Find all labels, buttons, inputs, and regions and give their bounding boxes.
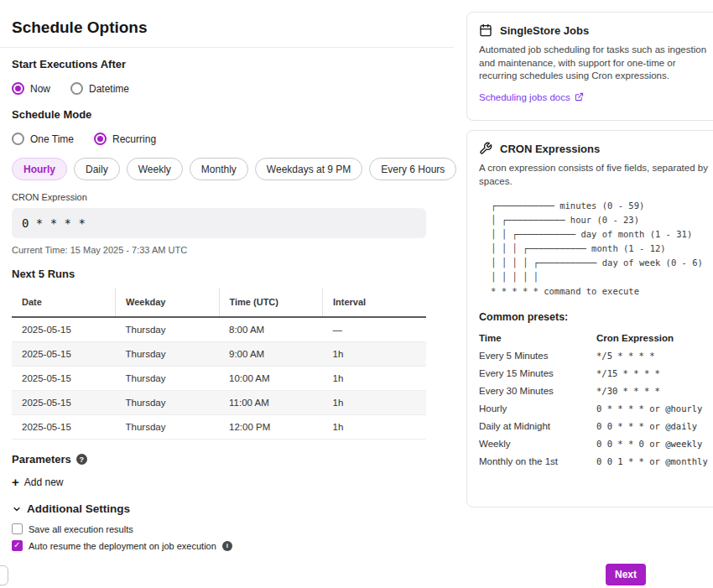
cell-date: 2025-05-15 [12,317,116,342]
current-time-text: Current Time: 15 May 2025 - 7:33 AM UTC [12,245,426,255]
additional-settings-label: Additional Settings [27,502,130,515]
add-new-button[interactable]: + Add new [12,476,63,488]
cron-fields-diagram: ┌─────────── minutes (0 - 59) │ ┌───────… [491,199,713,299]
cell-date: 2025-05-15 [12,342,116,367]
table-row: 2025-05-15 Thursday 9:00 AM 1h [12,342,426,367]
cell-weekday: Thursday [116,391,220,415]
radio-recurring-control [94,133,107,145]
radio-one-time-label: One Time [30,133,74,145]
next-button[interactable]: Next [606,564,646,585]
chip-weekly[interactable]: Weekly [127,158,183,180]
preset-expression: */15 * * * * [596,368,713,378]
preset-time: Monthly on the 1st [479,456,596,466]
start-executions-label: Start Executions After [12,58,426,71]
info-icon[interactable]: i [222,541,232,551]
cell-interval: 1h [323,415,427,440]
cron-presets-table: Time Cron Expression Every 5 Minutes */5… [479,333,713,466]
external-link-icon [575,92,584,101]
scheduling-docs-link-label: Scheduling jobs docs [479,92,570,102]
chip-monthly[interactable]: Monthly [190,158,248,180]
cell-weekday: Thursday [116,342,220,367]
preset-expression: */30 * * * * [596,386,713,396]
checkbox-auto-resume-label: Auto resume the deployment on job execut… [29,541,216,551]
col-time-utc: Time (UTC) [219,288,323,317]
radio-recurring[interactable]: Recurring [94,133,156,145]
cron-expression-input[interactable] [12,208,426,238]
cell-time: 9:00 AM [219,342,323,367]
preset-expression: 0 * * * * or @hourly [596,403,713,414]
checkbox-auto-resume[interactable]: Auto resume the deployment on job execut… [12,540,426,551]
checkbox-save-results-label: Save all execution results [29,524,133,534]
checkbox-auto-resume-control [12,540,23,551]
chip-weekdays-9pm[interactable]: Weekdays at 9 PM [255,158,363,180]
preset-time: Every 30 Minutes [479,386,596,396]
cell-weekday: Thursday [116,415,220,440]
schedule-options-screen: Schedule Options Start Executions After … [0,0,713,588]
common-presets-title: Common presets: [479,311,713,323]
radio-datetime[interactable]: Datetime [70,82,129,95]
radio-datetime-label: Datetime [89,83,129,95]
table-header-row: Date Weekday Time (UTC) Interval [12,288,426,317]
cron-expressions-panel: CRON Expressions A cron expression consi… [466,130,713,507]
preset-expression: 0 0 * * 0 or @weekly [596,439,713,449]
jobs-panel-title: SingleStore Jobs [500,24,589,37]
preset-time: Weekly [479,439,596,449]
additional-settings-toggle[interactable]: Additional Settings [12,502,426,515]
radio-recurring-label: Recurring [112,133,156,145]
radio-one-time[interactable]: One Time [12,133,74,145]
col-interval: Interval [323,288,427,317]
table-row: 2025-05-15 Thursday 10:00 AM 1h [12,367,426,391]
cell-interval: 1h [323,367,427,391]
cron-panel-description: A cron expression consists of five field… [479,162,712,188]
table-row: 2025-05-15 Thursday 12:00 PM 1h [12,415,426,440]
cell-time: 11:00 AM [219,391,323,415]
add-new-label: Add new [24,476,64,488]
cron-expression-label: CRON Expression [12,192,426,202]
cron-panel-title: CRON Expressions [500,143,600,155]
cell-date: 2025-05-15 [12,367,116,391]
radio-now[interactable]: Now [12,82,50,95]
cell-weekday: Thursday [116,317,220,342]
col-date: Date [12,288,116,317]
start-executions-radio-group: Now Datetime [12,82,426,95]
chip-every-6-hours[interactable]: Every 6 Hours [369,158,456,180]
checkbox-save-results[interactable]: Save all execution results [12,523,426,534]
radio-now-control [12,82,24,95]
scheduling-docs-link[interactable]: Scheduling jobs docs [479,92,584,102]
presets-col-time: Time [479,333,596,343]
parameters-label: Parameters [12,453,71,466]
cell-interval: 1h [323,342,427,367]
next-runs-table: Date Weekday Time (UTC) Interval 2025-05… [12,288,426,440]
presets-col-expression: Cron Expression [596,333,713,343]
schedule-form: Schedule Options Start Executions After … [12,0,426,551]
preset-expression: 0 0 * * * or @daily [596,421,713,431]
wrench-icon [479,142,492,155]
partial-left-button[interactable] [0,565,8,585]
cell-interval: — [323,317,427,342]
preset-expression: 0 0 1 * * or @monthly [596,456,713,466]
jobs-panel-header: SingleStore Jobs [479,23,713,37]
preset-time: Hourly [479,403,596,414]
cell-weekday: Thursday [116,367,220,391]
cell-date: 2025-05-15 [12,415,116,440]
preset-time: Every 15 Minutes [479,368,596,378]
preset-expression: */5 * * * * [596,351,713,361]
checkbox-save-results-control [12,523,23,534]
cron-panel-header: CRON Expressions [479,142,713,155]
preset-time: Every 5 Minutes [479,351,596,361]
cell-time: 10:00 AM [219,367,323,391]
schedule-mode-radio-group: One Time Recurring [12,133,426,145]
chip-hourly[interactable]: Hourly [12,158,67,180]
parameters-header: Parameters ? [12,453,426,466]
page-title: Schedule Options [12,0,426,37]
singlestore-jobs-panel: SingleStore Jobs Automated job schedulin… [466,12,713,121]
chip-daily[interactable]: Daily [74,158,120,180]
cell-date: 2025-05-15 [12,391,116,415]
question-icon[interactable]: ? [76,454,87,465]
jobs-panel-description: Automated job scheduling for tasks such … [479,44,712,83]
cell-time: 8:00 AM [219,317,323,342]
table-row: 2025-05-15 Thursday 8:00 AM — [12,317,426,342]
chevron-down-icon [12,504,22,514]
cell-time: 12:00 PM [219,415,323,440]
next-runs-title: Next 5 Runs [12,268,426,280]
